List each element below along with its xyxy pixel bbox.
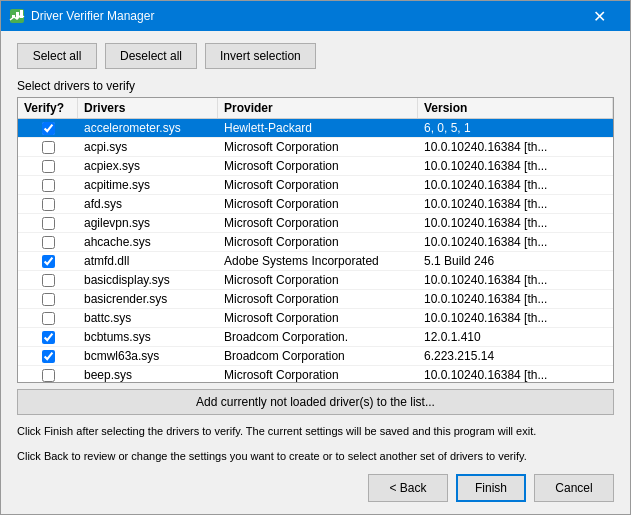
verify-checkbox[interactable] bbox=[42, 255, 55, 268]
verify-cell bbox=[18, 177, 78, 194]
select-all-button[interactable]: Select all bbox=[17, 43, 97, 69]
verify-cell bbox=[18, 310, 78, 327]
verify-checkbox[interactable] bbox=[42, 331, 55, 344]
content-area: Select all Deselect all Invert selection… bbox=[1, 31, 630, 514]
verify-cell bbox=[18, 196, 78, 213]
finish-button[interactable]: Finish bbox=[456, 474, 526, 502]
header-drivers: Drivers bbox=[78, 98, 218, 118]
back-button[interactable]: < Back bbox=[368, 474, 448, 502]
invert-selection-button[interactable]: Invert selection bbox=[205, 43, 316, 69]
info-text-1: Click Finish after selecting the drivers… bbox=[17, 423, 614, 440]
verify-checkbox[interactable] bbox=[42, 217, 55, 230]
table-body[interactable]: accelerometer.sysHewlett-Packard6, 0, 5,… bbox=[18, 119, 613, 382]
verify-cell bbox=[18, 234, 78, 251]
driver-provider: Microsoft Corporation bbox=[218, 195, 418, 213]
section-label: Select drivers to verify bbox=[17, 79, 614, 93]
driver-provider: Microsoft Corporation bbox=[218, 138, 418, 156]
header-verify: Verify? bbox=[18, 98, 78, 118]
title-bar: Driver Verifier Manager ✕ bbox=[1, 1, 630, 31]
driver-name: ahcache.sys bbox=[78, 233, 218, 251]
main-window: Driver Verifier Manager ✕ Select all Des… bbox=[0, 0, 631, 515]
driver-version: 10.0.10240.16384 [th... bbox=[418, 366, 613, 382]
driver-provider: Microsoft Corporation bbox=[218, 290, 418, 308]
driver-version: 10.0.10240.16384 [th... bbox=[418, 214, 613, 232]
driver-name: bcbtums.sys bbox=[78, 328, 218, 346]
driver-provider: Microsoft Corporation bbox=[218, 271, 418, 289]
table-row[interactable]: acpitime.sysMicrosoft Corporation10.0.10… bbox=[18, 176, 613, 195]
driver-name: beep.sys bbox=[78, 366, 218, 382]
table-row[interactable]: acpi.sysMicrosoft Corporation10.0.10240.… bbox=[18, 138, 613, 157]
driver-version: 6, 0, 5, 1 bbox=[418, 119, 613, 137]
verify-checkbox[interactable] bbox=[42, 179, 55, 192]
table-row[interactable]: atmfd.dllAdobe Systems Incorporated5.1 B… bbox=[18, 252, 613, 271]
driver-name: battc.sys bbox=[78, 309, 218, 327]
table-row[interactable]: basicrender.sysMicrosoft Corporation10.0… bbox=[18, 290, 613, 309]
driver-provider: Broadcom Corporation. bbox=[218, 328, 418, 346]
cancel-button[interactable]: Cancel bbox=[534, 474, 614, 502]
verify-cell bbox=[18, 139, 78, 156]
window-title: Driver Verifier Manager bbox=[31, 9, 576, 23]
verify-cell bbox=[18, 348, 78, 365]
add-driver-button[interactable]: Add currently not loaded driver(s) to th… bbox=[17, 389, 614, 415]
driver-version: 10.0.10240.16384 [th... bbox=[418, 138, 613, 156]
verify-checkbox[interactable] bbox=[42, 198, 55, 211]
driver-version: 10.0.10240.16384 [th... bbox=[418, 176, 613, 194]
driver-provider: Broadcom Corporation bbox=[218, 347, 418, 365]
driver-provider: Microsoft Corporation bbox=[218, 157, 418, 175]
driver-provider: Microsoft Corporation bbox=[218, 233, 418, 251]
table-row[interactable]: bcmwl63a.sysBroadcom Corporation6.223.21… bbox=[18, 347, 613, 366]
driver-name: acpitime.sys bbox=[78, 176, 218, 194]
verify-checkbox[interactable] bbox=[42, 274, 55, 287]
driver-provider: Microsoft Corporation bbox=[218, 366, 418, 382]
driver-name: acpiex.sys bbox=[78, 157, 218, 175]
verify-cell bbox=[18, 272, 78, 289]
driver-version: 10.0.10240.16384 [th... bbox=[418, 271, 613, 289]
verify-cell bbox=[18, 253, 78, 270]
driver-name: accelerometer.sys bbox=[78, 119, 218, 137]
driver-name: afd.sys bbox=[78, 195, 218, 213]
driver-name: acpi.sys bbox=[78, 138, 218, 156]
verify-checkbox[interactable] bbox=[42, 122, 55, 135]
table-row[interactable]: ahcache.sysMicrosoft Corporation10.0.102… bbox=[18, 233, 613, 252]
table-row[interactable]: basicdisplay.sysMicrosoft Corporation10.… bbox=[18, 271, 613, 290]
driver-version: 10.0.10240.16384 [th... bbox=[418, 290, 613, 308]
table-row[interactable]: afd.sysMicrosoft Corporation10.0.10240.1… bbox=[18, 195, 613, 214]
driver-name: atmfd.dll bbox=[78, 252, 218, 270]
table-row[interactable]: acpiex.sysMicrosoft Corporation10.0.1024… bbox=[18, 157, 613, 176]
table-row[interactable]: agilevpn.sysMicrosoft Corporation10.0.10… bbox=[18, 214, 613, 233]
verify-checkbox[interactable] bbox=[42, 236, 55, 249]
driver-version: 12.0.1.410 bbox=[418, 328, 613, 346]
driver-version: 10.0.10240.16384 [th... bbox=[418, 157, 613, 175]
driver-provider: Microsoft Corporation bbox=[218, 214, 418, 232]
info-text-2: Click Back to review or change the setti… bbox=[17, 448, 614, 465]
verify-checkbox[interactable] bbox=[42, 141, 55, 154]
bottom-buttons: < Back Finish Cancel bbox=[17, 474, 614, 502]
verify-checkbox[interactable] bbox=[42, 293, 55, 306]
table-header: Verify? Drivers Provider Version bbox=[18, 98, 613, 119]
driver-version: 10.0.10240.16384 [th... bbox=[418, 309, 613, 327]
driver-version: 10.0.10240.16384 [th... bbox=[418, 195, 613, 213]
driver-version: 10.0.10240.16384 [th... bbox=[418, 233, 613, 251]
table-row[interactable]: beep.sysMicrosoft Corporation10.0.10240.… bbox=[18, 366, 613, 382]
drivers-table: Verify? Drivers Provider Version acceler… bbox=[17, 97, 614, 383]
verify-cell bbox=[18, 158, 78, 175]
driver-provider: Hewlett-Packard bbox=[218, 119, 418, 137]
verify-checkbox[interactable] bbox=[42, 369, 55, 382]
driver-name: basicdisplay.sys bbox=[78, 271, 218, 289]
close-button[interactable]: ✕ bbox=[576, 1, 622, 31]
toolbar: Select all Deselect all Invert selection bbox=[17, 43, 614, 69]
driver-version: 5.1 Build 246 bbox=[418, 252, 613, 270]
verify-checkbox[interactable] bbox=[42, 312, 55, 325]
deselect-all-button[interactable]: Deselect all bbox=[105, 43, 197, 69]
table-row[interactable]: bcbtums.sysBroadcom Corporation.12.0.1.4… bbox=[18, 328, 613, 347]
header-version: Version bbox=[418, 98, 613, 118]
table-row[interactable]: accelerometer.sysHewlett-Packard6, 0, 5,… bbox=[18, 119, 613, 138]
driver-name: agilevpn.sys bbox=[78, 214, 218, 232]
verify-checkbox[interactable] bbox=[42, 350, 55, 363]
verify-checkbox[interactable] bbox=[42, 160, 55, 173]
verify-cell bbox=[18, 329, 78, 346]
verify-cell bbox=[18, 291, 78, 308]
table-row[interactable]: battc.sysMicrosoft Corporation10.0.10240… bbox=[18, 309, 613, 328]
app-icon bbox=[9, 8, 25, 24]
driver-provider: Microsoft Corporation bbox=[218, 176, 418, 194]
